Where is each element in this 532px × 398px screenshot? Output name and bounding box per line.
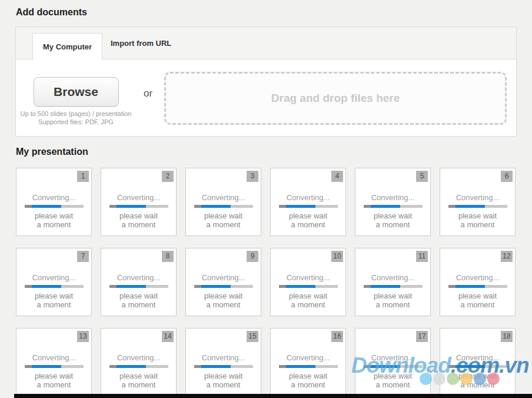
slide-number-badge: 2 [162,171,174,182]
converting-label: Converting... [16,273,91,282]
presentation-grid: 1Converting...please waita moment2Conver… [16,168,516,396]
tab-import-from-url[interactable]: Import from URL [102,27,179,59]
or-separator: or [144,88,152,100]
wait-text-line2: a moment [355,220,430,229]
converting-label: Converting... [186,353,261,362]
wait-text-line1: please wait [271,291,345,300]
progress-segment [400,365,423,368]
slide-number-badge: 12 [501,251,513,262]
wait-text-line2: a moment [101,220,176,229]
slide-tile: 12Converting...please waita moment [440,248,516,316]
browse-button[interactable]: Browse [34,77,119,107]
progress-bar [279,365,338,368]
slide-tile: 8Converting...please waita moment [101,248,177,316]
progress-segment [455,365,485,368]
progress-bar [279,285,338,288]
wait-text-line2: a moment [440,380,515,389]
wait-text-line1: please wait [355,211,430,220]
progress-segment [32,205,61,208]
drag-drop-zone[interactable]: Drag and drop files here [164,72,507,125]
progress-segment [109,365,117,368]
converting-label: Converting... [101,353,176,362]
wait-text-line1: please wait [101,372,176,380]
progress-segment [364,365,371,368]
progress-segment [117,205,146,208]
slide-tile: 3Converting...please waita moment [185,168,261,236]
progress-segment [455,205,485,208]
progress-segment [315,365,338,368]
progress-segment [448,365,455,368]
progress-segment [371,285,400,288]
wait-text-line2: a moment [355,300,430,309]
slide-number-badge: 6 [501,171,513,182]
progress-bar [279,205,338,208]
wait-text-line1: please wait [16,211,91,220]
progress-segment [117,285,146,288]
slide-tile: 6Converting...please waita moment [440,168,516,236]
progress-bar [448,205,507,208]
wait-text-line2: a moment [186,380,261,389]
progress-bar [25,205,84,208]
converting-label: Converting... [186,273,261,282]
progress-bar [364,285,423,288]
slide-tile: 17Converting...please waita moment [355,328,431,396]
slide-number-badge: 9 [247,251,258,262]
progress-segment [61,205,84,208]
wait-text-line1: please wait [186,291,261,300]
converting-label: Converting... [271,193,345,202]
wait-text-line1: please wait [440,211,515,220]
progress-segment [400,205,423,208]
slide-number-badge: 16 [331,331,343,342]
slide-number-badge: 7 [77,251,89,262]
progress-segment [400,285,423,288]
slide-tile: 18Converting...please waita moment [440,328,516,396]
slide-number-badge: 18 [501,331,513,342]
progress-segment [371,205,400,208]
drop-zone-label: Drag and drop files here [271,92,400,105]
hint-supported-files: Supported files: PDF, JPG [21,118,132,126]
converting-label: Converting... [440,273,515,282]
progress-segment [146,205,168,208]
slide-number-badge: 3 [247,171,258,182]
progress-segment [279,285,286,288]
wait-text-line2: a moment [101,380,176,389]
converting-label: Converting... [271,353,345,362]
progress-segment [485,365,507,368]
progress-segment [32,285,61,288]
upload-hints: Up to 500 slides (pages) / presentation … [21,110,132,126]
slide-number-badge: 14 [162,331,174,342]
progress-segment [286,205,315,208]
tab-bar: My Computer Import from URL [16,27,516,59]
slide-number-badge: 4 [331,171,343,182]
progress-segment [231,365,253,368]
converting-label: Converting... [101,193,176,202]
wait-text-line2: a moment [186,300,261,309]
progress-bar [194,285,253,288]
converting-label: Converting... [16,353,91,362]
progress-segment [201,365,231,368]
wait-text-line1: please wait [355,291,430,300]
upload-area: Browse Up to 500 slides (pages) / presen… [16,59,516,137]
bottom-black-bar [14,394,532,398]
slide-tile: 13Converting...please waita moment [16,328,92,396]
progress-segment [194,205,201,208]
progress-segment [448,285,455,288]
progress-segment [201,205,231,208]
slide-tile: 11Converting...please waita moment [355,248,431,316]
progress-bar [364,365,423,368]
progress-bar [109,285,168,288]
tab-my-computer[interactable]: My Computer [32,33,102,60]
wait-text-line2: a moment [440,300,515,309]
wait-text-line1: please wait [186,372,261,380]
slide-number-badge: 13 [77,331,89,342]
progress-segment [231,285,253,288]
wait-text-line2: a moment [101,300,176,309]
slide-tile: 14Converting...please waita moment [101,328,177,396]
progress-bar [109,365,168,368]
wait-text-line1: please wait [16,291,91,300]
progress-segment [194,365,201,368]
wait-text-line2: a moment [271,380,345,389]
progress-segment [117,365,146,368]
wait-text-line2: a moment [271,300,345,309]
progress-segment [109,205,117,208]
